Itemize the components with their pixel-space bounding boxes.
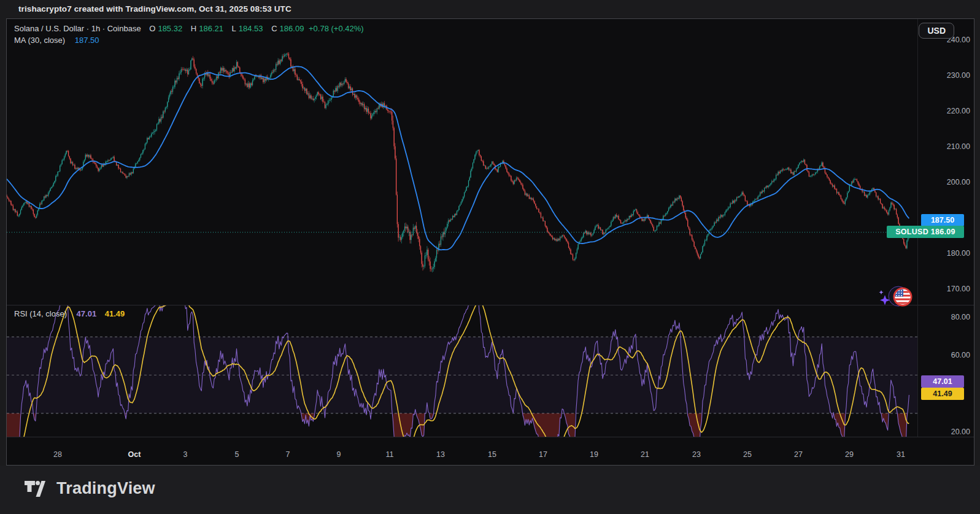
rsi-axis-label: 80.00 — [921, 313, 970, 321]
time-axis-label-9[interactable]: 9 — [337, 450, 341, 459]
tradingview-published-chart: trishacrypto7 created with TradingView.c… — [0, 0, 980, 514]
current-price-pill: SOLUSD 186.09 — [887, 226, 964, 238]
time-axis-label-11[interactable]: 11 — [386, 450, 394, 459]
time-axis-label-7[interactable]: 7 — [286, 450, 290, 459]
close-label: C — [271, 24, 277, 33]
time-axis-label-15[interactable]: 15 — [488, 450, 496, 459]
low-value: 184.53 — [239, 24, 263, 33]
rsi-pane — [7, 293, 917, 459]
price-pane — [7, 52, 917, 272]
time-axis-label-23[interactable]: 23 — [692, 450, 701, 459]
time-axis-label-29[interactable]: 29 — [845, 450, 854, 459]
tradingview-logo[interactable]: TradingView — [25, 479, 155, 498]
time-axis-label-13[interactable]: 13 — [436, 450, 445, 459]
tradingview-wordmark: TradingView — [56, 479, 155, 498]
close-value: 186.09 — [280, 24, 304, 33]
ma-value: 187.50 — [75, 36, 99, 45]
open-value: 185.32 — [158, 24, 182, 33]
time-axis-label-28[interactable]: 28 — [53, 450, 62, 459]
rsi-ma-value: 41.49 — [105, 309, 125, 318]
rsi-axis-label: 60.00 — [921, 351, 970, 359]
time-axis-label-oct[interactable]: Oct — [128, 450, 141, 459]
usa-flag-sticker — [878, 283, 920, 310]
open-label: O — [149, 24, 155, 33]
rsi-ma-value-pill: 41.49 — [921, 388, 964, 400]
time-axis-label-3[interactable]: 3 — [183, 450, 188, 459]
price-axis-label: 220.00 — [921, 107, 970, 115]
flag-circle — [894, 288, 911, 305]
ma-label[interactable]: MA (30, close) — [14, 36, 65, 45]
low-label: L — [232, 24, 236, 33]
currency-toggle-button[interactable]: USD — [919, 23, 954, 39]
chart-canvas[interactable] — [7, 19, 974, 465]
time-axis-label-31[interactable]: 31 — [897, 450, 905, 459]
ma-line — [7, 66, 909, 250]
time-axis-label-25[interactable]: 25 — [743, 450, 752, 459]
price-axis-label: 230.00 — [921, 71, 970, 80]
rsi-label[interactable]: RSI (14, close) — [14, 309, 67, 318]
rsi-axis-label: 20.00 — [921, 428, 970, 436]
rsi-value-pill: 47.01 — [921, 375, 964, 388]
symbol-legend[interactable]: Solana / U.S. Dollar · 1h · Coinbase O18… — [14, 24, 366, 33]
price-axis-label: 170.00 — [921, 285, 970, 293]
attribution-text: trishacrypto7 created with TradingView.c… — [18, 4, 291, 13]
tradingview-logo-icon — [25, 481, 49, 497]
time-axis-label-5[interactable]: 5 — [235, 450, 239, 459]
change-value: +0.78 (+0.42%) — [309, 24, 364, 33]
time-axis-label-19[interactable]: 19 — [590, 450, 598, 459]
time-axis-label-27[interactable]: 27 — [794, 450, 803, 459]
rsi-value: 47.01 — [77, 309, 97, 318]
footer-bar: TradingView — [0, 466, 980, 514]
rsi-legend[interactable]: RSI (14, close) 47.01 41.49 — [14, 309, 127, 318]
ma-value-pill: 187.50 — [921, 214, 964, 226]
high-value: 186.21 — [199, 24, 223, 33]
chart-widget: Solana / U.S. Dollar · 1h · Coinbase O18… — [6, 18, 974, 466]
time-axis-label-17[interactable]: 17 — [539, 450, 547, 459]
price-axis-label: 210.00 — [921, 142, 970, 151]
high-label: H — [191, 24, 196, 33]
symbol-title[interactable]: Solana / U.S. Dollar · 1h · Coinbase — [14, 24, 141, 33]
price-axis-label: 180.00 — [921, 249, 970, 258]
ma-legend[interactable]: MA (30, close) 187.50 — [14, 36, 101, 45]
price-axis-label: 200.00 — [921, 178, 970, 186]
time-axis-label-21[interactable]: 21 — [641, 450, 649, 459]
